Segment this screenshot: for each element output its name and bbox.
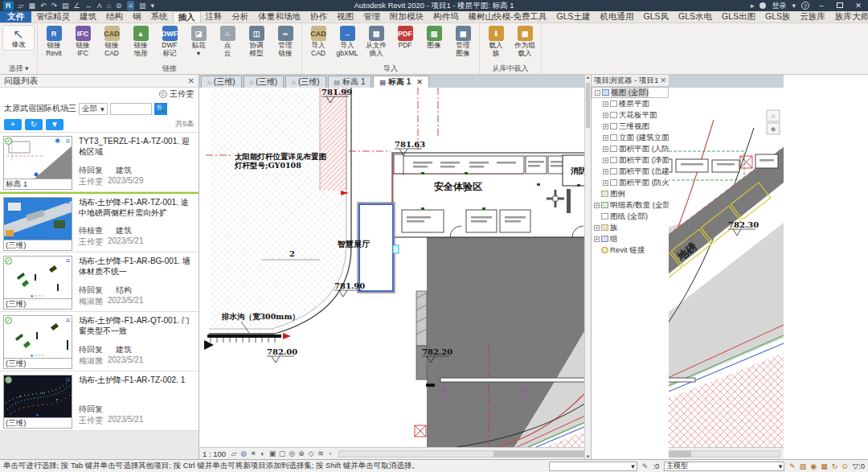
background-process-icon[interactable]: ↻: [832, 462, 838, 470]
tree-expander-icon[interactable]: +: [603, 124, 608, 129]
thumbnail-menu-icon[interactable]: ≡: [66, 137, 70, 145]
issue-item[interactable]: ✓ ≡ ● (三维) 场布-土护降-F1-AR-TZ-002. 1 待回复 王伶…: [0, 371, 199, 431]
tree-expander-icon[interactable]: +: [603, 113, 608, 118]
ribbon-button[interactable]: → 导入 gbXML: [334, 25, 361, 57]
selection-handle[interactable]: [393, 245, 399, 253]
tree-item[interactable]: + 族: [592, 222, 669, 233]
issue-filter-select[interactable]: 全部▾: [79, 103, 108, 115]
print-icon[interactable]: ▤: [62, 1, 69, 10]
tree-item[interactable]: + 面积平面 (人防分区面积): [592, 143, 669, 154]
tree-item[interactable]: + 立面 (建筑立面): [592, 132, 669, 143]
ribbon-tab[interactable]: GLS土建: [552, 11, 596, 23]
ribbon-tab[interactable]: 建筑: [75, 11, 101, 23]
ribbon-button[interactable]: ⇓ 载入 族: [482, 25, 510, 57]
ribbon-tab[interactable]: 协作: [305, 11, 332, 23]
view-tab[interactable]: ▤标高 1: [328, 76, 372, 88]
vertical-scrollbar[interactable]: ▲ ▼: [584, 75, 591, 459]
ribbon-tab[interactable]: 文件: [0, 11, 31, 23]
tree-expander-icon[interactable]: +: [603, 101, 608, 107]
tree-item[interactable]: + 面积平面 (总建筑面积): [592, 166, 669, 177]
ribbon-button[interactable]: ◫ 协调 模型: [243, 25, 270, 57]
ribbon-button[interactable]: ∞ 管理 链接: [272, 25, 299, 57]
worker-icon[interactable]: ✎: [789, 462, 796, 470]
ribbon-button[interactable]: CAD 链接 CAD: [98, 25, 125, 57]
view-tab[interactable]: ⌂(三维): [244, 76, 285, 88]
tree-expander-icon[interactable]: +: [603, 180, 608, 186]
temporary-hide-icon[interactable]: ◎: [287, 449, 297, 458]
default-3d-view-icon[interactable]: ⌂: [107, 1, 111, 10]
tree-item[interactable]: Revit 链接: [592, 244, 669, 256]
user-interface-icon[interactable]: ▥: [139, 1, 146, 10]
section-icon[interactable]: ⊘: [116, 1, 122, 10]
issue-search-input[interactable]: [110, 103, 152, 115]
ribbon-tab[interactable]: 视图: [332, 11, 358, 23]
issue-thumbnail[interactable]: ✓ ◉ ≡: [3, 136, 72, 179]
detail-level-icon[interactable]: ▱: [229, 449, 239, 458]
maximize-button[interactable]: [833, 2, 846, 10]
temporary-properties-icon[interactable]: ◇: [306, 449, 316, 458]
minimize-button[interactable]: –: [815, 2, 828, 10]
tree-item[interactable]: 图纸 (全部): [592, 211, 669, 222]
ribbon-tab[interactable]: GLS风: [639, 11, 674, 23]
issue-item[interactable]: ✓ ≡ ●○○○ (三维) 场布-土护降-F1-AR-BG-001. 墙体材质不…: [0, 252, 199, 312]
ribbon-tab[interactable]: 橡树山快模-免费工具: [464, 11, 552, 23]
thumbnail-pager-dots[interactable]: ●○○○: [4, 235, 72, 240]
editable-only-icon[interactable]: ▧: [800, 462, 807, 470]
press-drag-icon[interactable]: ▦: [821, 462, 828, 470]
tree-item[interactable]: + 天花板平面: [592, 109, 669, 121]
revit-app-icon[interactable]: R: [3, 1, 14, 10]
issue-item[interactable]: ≡ ●○○○ (三维) 场布-土护降-F1-AR-TZ-001. 途中地磅两侧栏…: [0, 192, 199, 252]
close-icon[interactable]: ✕: [188, 76, 194, 85]
issue-thumbnail[interactable]: ✓ ≡ ●○○○: [3, 256, 72, 299]
close-icon[interactable]: ✕: [660, 76, 666, 84]
thumbnail-pager-dots[interactable]: ●: [4, 412, 72, 417]
issue-item[interactable]: ✓ ≡ ●○○○ (三维) 场布-土护降-F1-AR-QT-001. 门窗类型不…: [0, 312, 199, 371]
tree-item[interactable]: + 面积平面 (防火分区面积): [592, 177, 669, 188]
measure-icon[interactable]: ∠: [74, 1, 80, 10]
tree-expander-icon[interactable]: +: [603, 169, 608, 174]
view-scale[interactable]: 1 : 100: [203, 449, 226, 458]
save-icon[interactable]: ▦: [28, 1, 35, 10]
ribbon-tab[interactable]: GLS族: [760, 11, 796, 23]
thumbnail-pager-dots[interactable]: ●○○○: [4, 293, 72, 298]
tree-expander-icon[interactable]: +: [594, 225, 600, 231]
cart-icon[interactable]: ▾: [792, 1, 796, 10]
tree-expander-icon[interactable]: +: [594, 236, 600, 242]
ribbon-tab[interactable]: 系统: [146, 11, 173, 23]
login-link[interactable]: 登录: [772, 1, 786, 11]
scroll-left-icon[interactable]: ‹: [326, 449, 335, 458]
tree-item[interactable]: + 明细表/数量 (全部): [592, 199, 669, 211]
ribbon-button[interactable]: DWF DWF 标记: [156, 25, 183, 57]
horizontal-scrollbar[interactable]: [338, 450, 780, 458]
ribbon-button[interactable]: ▤ 从文件 插入: [362, 25, 390, 57]
ribbon-button[interactable]: IFC 链接 IFC: [69, 25, 96, 57]
sun-path-icon[interactable]: ☀: [248, 449, 258, 458]
tree-item[interactable]: 图例: [592, 188, 669, 199]
thumbnail-menu-icon[interactable]: ≡: [66, 198, 70, 206]
reveal-hidden-icon[interactable]: ⊕: [297, 449, 306, 458]
ribbon-tab[interactable]: 注释: [201, 11, 227, 23]
add-issue-button[interactable]: +: [4, 119, 22, 130]
tree-expander-icon[interactable]: +: [603, 158, 608, 163]
ribbon-tab[interactable]: 机电通用: [596, 11, 639, 23]
help-icon[interactable]: ?: [801, 2, 809, 10]
drawing-area[interactable]: ⌂(三维) ⌂(三维) ⌂(三维) ▤标高 1 ▤标高 1✕: [199, 75, 784, 459]
view-tab-active[interactable]: ▤标高 1✕: [373, 76, 428, 88]
tree-expander-icon[interactable]: +: [603, 135, 608, 141]
ribbon-tab[interactable]: 云族库: [796, 11, 831, 23]
select-panel-label[interactable]: 选择 ▾: [2, 64, 35, 74]
visual-style-icon[interactable]: ◍: [239, 449, 248, 458]
ribbon-tab[interactable]: 管综精灵: [31, 11, 75, 23]
aligned-dimension-icon[interactable]: ↔: [85, 1, 92, 10]
tree-item[interactable]: + 组: [592, 233, 669, 244]
design-option-select[interactable]: ▾: [549, 462, 637, 471]
ribbon-tab[interactable]: GLS水电: [674, 11, 717, 23]
thin-lines-icon[interactable]: ≡: [127, 1, 134, 10]
ribbon-button[interactable]: ◪ 贴花 ▾: [185, 25, 212, 57]
filter-button[interactable]: ▼: [46, 119, 63, 130]
thumbnail-menu-icon[interactable]: ≡: [66, 257, 70, 265]
open-icon[interactable]: ▱: [18, 1, 24, 10]
tree-expander-icon[interactable]: -: [595, 90, 600, 96]
tree-expander-icon[interactable]: +: [594, 203, 600, 208]
tree-item[interactable]: - 视图 (全部): [592, 87, 669, 98]
